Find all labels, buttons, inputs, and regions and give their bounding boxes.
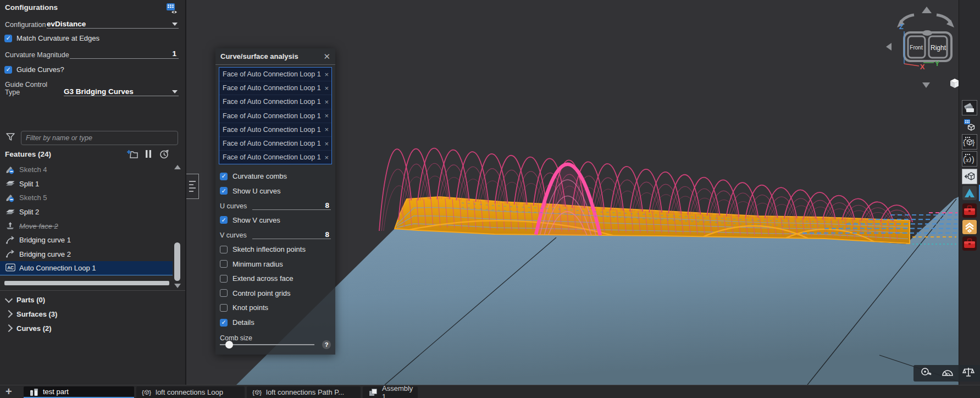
slider-knob[interactable] xyxy=(225,341,233,349)
toolbox2-icon[interactable] xyxy=(962,236,977,251)
filter-funnel-icon[interactable] xyxy=(5,132,15,144)
layers-chevron-icon[interactable] xyxy=(962,219,977,235)
filter-input[interactable] xyxy=(21,131,178,145)
face-list-item[interactable]: Face of Auto Connection Loop 1× xyxy=(219,68,331,81)
feature-item[interactable]: ACAuto Connection Loop 1 xyxy=(0,261,173,275)
feature-list-vertical-scrollbar[interactable] xyxy=(173,164,181,289)
face-list-item[interactable]: Face of Auto Connection Loop 1× xyxy=(219,81,331,95)
feature-item[interactable]: Bridging curve 1 xyxy=(0,233,173,247)
document-tab[interactable]: {}loft connections Loop xyxy=(136,386,245,398)
feature-item[interactable]: Split 1 xyxy=(0,177,173,191)
mass-scale-icon[interactable] xyxy=(962,367,975,380)
remove-face-icon[interactable]: × xyxy=(324,70,329,79)
feature-item[interactable]: Sketch 4 xyxy=(0,163,173,177)
checkbox-unchecked-icon[interactable] xyxy=(220,304,228,312)
insert-derived-icon[interactable] xyxy=(962,169,977,184)
rotate-up-arrow[interactable] xyxy=(922,7,932,13)
remove-face-icon[interactable]: × xyxy=(324,125,329,134)
option-checkbox-row[interactable]: Extend across face xyxy=(220,271,331,286)
checkbox-checked-icon[interactable]: ✓ xyxy=(220,319,228,327)
tree-node[interactable]: Surfaces (3) xyxy=(0,307,185,321)
rollback-history-icon[interactable] xyxy=(159,149,169,161)
add-tab-button[interactable]: + xyxy=(5,385,12,398)
tree-node[interactable]: Curves (2) xyxy=(0,321,185,335)
option-checkbox-row[interactable]: ✓Show U curves xyxy=(220,184,331,198)
checkbox-checked-icon[interactable]: ✓ xyxy=(4,66,12,74)
suppress-pause-icon[interactable] xyxy=(145,150,152,161)
tree-node[interactable]: Parts (0) xyxy=(0,292,185,307)
slider-track[interactable] xyxy=(220,344,314,345)
configuration-dropdown[interactable]: evDistance xyxy=(47,20,179,29)
field-label: V curves xyxy=(220,231,247,239)
appearance-panel-icon[interactable] xyxy=(962,100,977,115)
feature-list-horizontal-scrollbar[interactable] xyxy=(4,281,169,285)
feature-item[interactable]: Bridging curve 2 xyxy=(0,247,173,262)
checkbox-unchecked-icon[interactable] xyxy=(220,246,228,253)
remove-face-icon[interactable]: × xyxy=(324,112,329,120)
view-navigation-cluster[interactable]: Front Right Z X Y xyxy=(886,7,959,88)
guide-curves-checkbox-row[interactable]: ✓ Guide Curves? xyxy=(4,65,64,74)
protractor-icon[interactable] xyxy=(941,367,954,379)
document-tab[interactable]: test part xyxy=(24,386,134,398)
option-checkbox-row[interactable]: Control point grids xyxy=(220,286,331,301)
option-checkbox-row[interactable]: ✓Show V curves xyxy=(220,213,331,228)
checkbox-checked-icon[interactable]: ✓ xyxy=(4,35,12,42)
option-checkbox-row[interactable]: ✓Details xyxy=(220,315,331,330)
isometric-view-icon[interactable] xyxy=(950,79,959,88)
configuration-table-icon[interactable] xyxy=(166,3,178,15)
configurations-icon[interactable] xyxy=(962,117,977,132)
option-value-field[interactable]: U curves8 xyxy=(220,198,331,213)
toolbox-icon[interactable] xyxy=(962,203,977,218)
face-list-item[interactable]: Face of Auto Connection Loop 1× xyxy=(219,151,331,164)
checkbox-unchecked-icon[interactable] xyxy=(220,260,228,268)
field-label: U curves xyxy=(220,202,247,210)
option-checkbox-row[interactable]: Minimum radius xyxy=(220,257,331,272)
face-list-item[interactable]: Face of Auto Connection Loop 1× xyxy=(219,109,331,123)
remove-face-icon[interactable]: × xyxy=(324,140,329,148)
comb-size-slider[interactable]: ? xyxy=(220,340,331,350)
checkbox-checked-icon[interactable]: ✓ xyxy=(220,187,228,195)
app-triangle-icon[interactable] xyxy=(962,185,977,201)
close-icon[interactable]: ✕ xyxy=(323,52,330,60)
option-value-field[interactable]: V curves8 xyxy=(220,228,331,242)
document-tab[interactable]: {}loft connections Path P... xyxy=(247,386,361,398)
tape-measure-icon[interactable] xyxy=(920,367,933,380)
face-list-item[interactable]: Face of Auto Connection Loop 1× xyxy=(219,123,331,137)
face-item-label: Face of Auto Connection Loop 1 xyxy=(223,153,321,161)
option-checkbox-row[interactable]: ✓Curvature combs xyxy=(220,169,331,184)
feature-item[interactable]: Split 2 xyxy=(0,205,173,219)
rotate-down-arrow[interactable] xyxy=(922,82,930,88)
scrollbar-thumb[interactable] xyxy=(174,242,180,281)
rotate-left-arrow[interactable] xyxy=(886,43,892,51)
option-checkbox-row[interactable]: Knot points xyxy=(220,301,331,316)
document-tab[interactable]: Assembly 1 xyxy=(363,386,418,398)
scroll-down-icon[interactable] xyxy=(174,284,181,288)
checkbox-checked-icon[interactable]: ✓ xyxy=(220,216,228,224)
scroll-up-icon[interactable] xyxy=(174,165,181,169)
remove-face-icon[interactable]: × xyxy=(324,98,329,106)
field-value[interactable]: 8 xyxy=(252,230,331,239)
match-curvature-checkbox-row[interactable]: ✓ Match Curvature at Edges xyxy=(4,34,99,42)
remove-face-icon[interactable]: × xyxy=(324,153,329,162)
guide-control-type-dropdown[interactable]: G3 Bridging Curves xyxy=(64,87,179,96)
analysis-options: ✓Curvature combs✓Show U curvesU curves8✓… xyxy=(215,168,335,330)
curvature-magnitude-field[interactable]: 1 xyxy=(70,49,179,59)
field-value[interactable]: 8 xyxy=(252,201,331,210)
new-folder-icon[interactable] xyxy=(126,150,138,161)
feature-item[interactable]: Move face 2 xyxy=(0,219,173,233)
checkbox-unchecked-icon[interactable] xyxy=(220,275,228,283)
panel-flyout-toggle[interactable] xyxy=(186,174,199,199)
remove-face-icon[interactable]: × xyxy=(324,84,329,92)
face-list-item[interactable]: Face of Auto Connection Loop 1× xyxy=(219,95,331,109)
featurescript-variable-icon[interactable]: ()x xyxy=(962,151,977,167)
option-checkbox-row[interactable]: Sketch inflection points xyxy=(220,242,331,257)
chevron-right-icon[interactable] xyxy=(5,324,13,332)
checkbox-checked-icon[interactable]: ✓ xyxy=(220,173,228,180)
featurescript-cube-icon[interactable]: {} xyxy=(962,134,977,150)
feature-item[interactable]: Sketch 5 xyxy=(0,191,173,205)
help-icon[interactable]: ? xyxy=(322,340,331,349)
checkbox-unchecked-icon[interactable] xyxy=(220,289,228,297)
chevron-down-icon[interactable] xyxy=(5,295,13,302)
chevron-right-icon[interactable] xyxy=(5,310,13,318)
face-list-item[interactable]: Face of Auto Connection Loop 1× xyxy=(219,137,331,151)
